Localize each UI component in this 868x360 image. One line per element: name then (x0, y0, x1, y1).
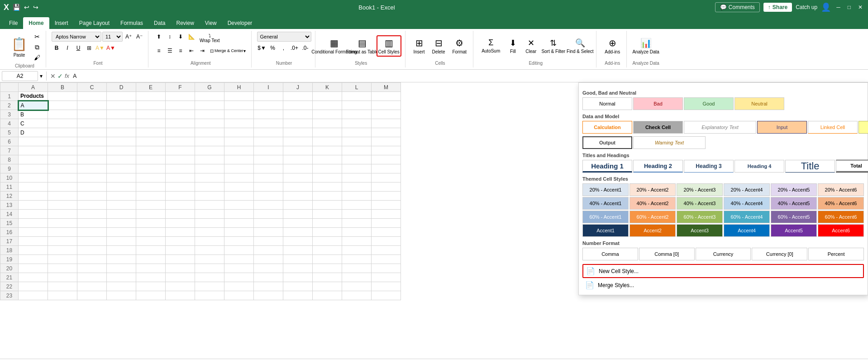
cell-d19[interactable] (107, 255, 136, 264)
style-accent1[interactable]: Accent1 (582, 224, 629, 237)
cell-i23[interactable] (254, 291, 283, 300)
cell-e2[interactable] (136, 101, 166, 110)
cell-f17[interactable] (166, 237, 195, 246)
cell-a9[interactable] (19, 164, 48, 173)
cell-m19[interactable] (372, 255, 401, 264)
col-header-J[interactable]: J (283, 83, 313, 92)
cell-d20[interactable] (107, 264, 136, 273)
cell-i2[interactable] (254, 101, 283, 110)
cell-k12[interactable] (313, 192, 342, 201)
cell-l9[interactable] (342, 164, 372, 173)
cell-h11[interactable] (224, 182, 254, 192)
cell-f9[interactable] (166, 164, 195, 173)
cell-f2[interactable] (166, 101, 195, 110)
cell-k18[interactable] (313, 246, 342, 255)
align-bottom-button[interactable]: ⬇ (176, 32, 186, 42)
cell-k14[interactable] (313, 210, 342, 219)
cell-h17[interactable] (224, 237, 254, 246)
cell-f18[interactable] (166, 246, 195, 255)
cell-h6[interactable] (224, 137, 254, 146)
number-format-select[interactable]: General (257, 32, 311, 42)
cell-j2[interactable] (283, 101, 313, 110)
col-header-M[interactable]: M (372, 83, 401, 92)
cell-b22[interactable] (48, 282, 77, 291)
font-name-select[interactable]: Aptos Narrow (52, 32, 101, 42)
cell-f19[interactable] (166, 255, 195, 264)
style-accent5-60[interactable]: 60% - Accent5 (771, 211, 817, 223)
cell-j21[interactable] (283, 273, 313, 282)
cell-l2[interactable] (342, 101, 372, 110)
fill-button[interactable]: ⬇ Fill (505, 36, 521, 56)
cell-i13[interactable] (254, 201, 283, 210)
cell-b13[interactable] (48, 201, 77, 210)
cell-f16[interactable] (166, 228, 195, 237)
cell-k5[interactable] (313, 128, 342, 137)
style-accent6-40[interactable]: 40% - Accent6 (818, 197, 864, 210)
align-top-button[interactable]: ⬆ (154, 32, 164, 42)
cell-g16[interactable] (195, 228, 224, 237)
style-accent4-20[interactable]: 20% - Accent4 (724, 183, 770, 196)
cell-c12[interactable] (77, 192, 107, 201)
cell-b19[interactable] (48, 255, 77, 264)
cell-j7[interactable] (283, 146, 313, 155)
cell-j17[interactable] (283, 237, 313, 246)
cell-k22[interactable] (313, 282, 342, 291)
copy-button[interactable]: ⧉ (32, 42, 42, 52)
delete-button[interactable]: ⊟ Delete (429, 36, 448, 56)
cell-i5[interactable] (254, 128, 283, 137)
cell-m22[interactable] (372, 282, 401, 291)
percent-button[interactable]: % (268, 43, 278, 53)
cell-h8[interactable] (224, 155, 254, 164)
cell-e5[interactable] (136, 128, 166, 137)
cell-c10[interactable] (77, 173, 107, 182)
cell-m16[interactable] (372, 228, 401, 237)
increase-decimal-button[interactable]: .0+ (290, 43, 300, 53)
style-accent3-60[interactable]: 60% - Accent3 (677, 211, 723, 223)
cell-h10[interactable] (224, 173, 254, 182)
cell-c17[interactable] (77, 237, 107, 246)
col-header-B[interactable]: B (48, 83, 77, 92)
align-middle-button[interactable]: ↕ (165, 32, 175, 42)
col-header-D[interactable]: D (107, 83, 136, 92)
cell-c20[interactable] (77, 264, 107, 273)
cell-m14[interactable] (372, 210, 401, 219)
style-currency[interactable]: Currency (696, 248, 751, 260)
cell-l22[interactable] (342, 282, 372, 291)
cell-j15[interactable] (283, 219, 313, 228)
cell-g7[interactable] (195, 146, 224, 155)
cell-j11[interactable] (283, 182, 313, 192)
style-input[interactable]: Input (757, 121, 807, 134)
cell-k23[interactable] (313, 291, 342, 300)
cell-a22[interactable] (19, 282, 48, 291)
wrap-text-button[interactable]: ⤵ Wrap Text (197, 32, 222, 44)
cell-e15[interactable] (136, 219, 166, 228)
cell-g20[interactable] (195, 264, 224, 273)
cell-d6[interactable] (107, 137, 136, 146)
cell-d4[interactable] (107, 119, 136, 128)
style-accent1-40[interactable]: 40% - Accent1 (582, 197, 629, 210)
cell-l6[interactable] (342, 137, 372, 146)
style-heading1[interactable]: Heading 1 (582, 160, 632, 173)
cell-i18[interactable] (254, 246, 283, 255)
cell-b17[interactable] (48, 237, 77, 246)
cell-h13[interactable] (224, 201, 254, 210)
cell-e20[interactable] (136, 264, 166, 273)
style-explanatory[interactable]: Explanatory Text (684, 121, 756, 134)
cell-j4[interactable] (283, 119, 313, 128)
cell-a14[interactable] (19, 210, 48, 219)
cell-j8[interactable] (283, 155, 313, 164)
cell-f21[interactable] (166, 273, 195, 282)
cell-k4[interactable] (313, 119, 342, 128)
cell-c13[interactable] (77, 201, 107, 210)
cell-l3[interactable] (342, 110, 372, 119)
cell-styles-button[interactable]: ▥ Cell Styles (377, 35, 401, 57)
cell-a15[interactable] (19, 219, 48, 228)
maximize-button[interactable]: □ (846, 4, 853, 10)
cell-m15[interactable] (372, 219, 401, 228)
cell-e7[interactable] (136, 146, 166, 155)
cell-k7[interactable] (313, 146, 342, 155)
analyze-data-button[interactable]: 📊 Analyze Data (632, 36, 659, 56)
cell-b9[interactable] (48, 164, 77, 173)
cell-i12[interactable] (254, 192, 283, 201)
cell-e1[interactable] (136, 92, 166, 101)
